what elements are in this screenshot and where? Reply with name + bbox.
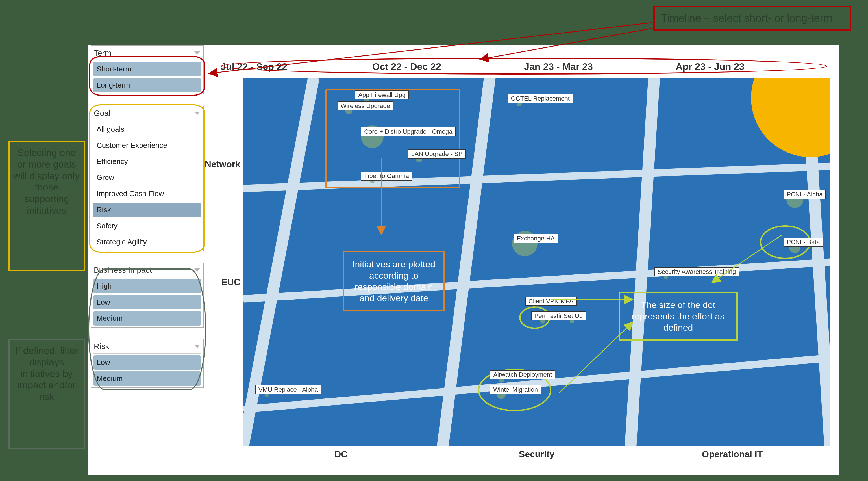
initiative-label[interactable]: PCNI - Alpha: [783, 190, 826, 199]
goals-note: Selecting one or more goals will display…: [8, 141, 85, 271]
timeline-callout: Timeline – select short- or long-term: [653, 6, 851, 31]
initiative-label[interactable]: VMU Replace - Alpha: [255, 385, 321, 394]
plotted-callout-text: Initiatives are plotted according to res…: [352, 259, 436, 303]
roadmap-chart: Jul 22 - Sep 22 Oct 22 - Dec 22 Jan 23 -…: [218, 61, 830, 466]
initiative-label[interactable]: LAN Upgrade - SP: [408, 150, 465, 158]
initiative-label[interactable]: Airwatch Deployment: [490, 370, 555, 379]
timeline-highlight: [221, 58, 827, 74]
initiative-label[interactable]: Fiber to Gamma: [361, 172, 412, 181]
initiative-label[interactable]: Set Up: [561, 311, 586, 321]
term-filter-title: Term: [94, 49, 111, 58]
xlabel-security: Security: [439, 449, 635, 466]
risk-filter-title: Risk: [94, 342, 109, 351]
initiative-label[interactable]: App Firewall Upg: [355, 90, 409, 99]
dashboard-card: Term Short-term Long-term Goal All goals…: [88, 45, 839, 475]
svg-line-5: [630, 78, 654, 446]
initiative-label[interactable]: Wireless Upgrade: [338, 101, 393, 111]
initiative-label[interactable]: PCNI - Beta: [783, 238, 823, 247]
initiative-label[interactable]: Exchange HA: [514, 234, 558, 243]
xlabel-dc: DC: [243, 449, 439, 466]
xlabel-opit: Operational IT: [634, 449, 830, 466]
term-option-short[interactable]: Short-term: [93, 62, 201, 76]
plotted-callout: Initiatives are plotted according to res…: [343, 251, 444, 311]
impact-filter-title: Business Impact: [94, 266, 152, 275]
y-axis-labels: Network EUC: [184, 78, 240, 446]
initiative-label[interactable]: Security Awareness Training: [654, 267, 739, 276]
dotsize-callout-text: The size of the dot represents the effor…: [632, 300, 724, 333]
initiative-label[interactable]: Client VPN MFA: [525, 297, 577, 306]
ylabel-euc: EUC: [221, 277, 240, 288]
x-axis-labels: DC Security Operational IT: [243, 449, 830, 466]
impact-note-text: If defined, filter displays initiatives …: [15, 345, 78, 402]
filter-icon[interactable]: [194, 52, 200, 55]
initiative-label[interactable]: Core + Distro Upgrade - Omega: [361, 127, 455, 136]
initiative-label[interactable]: OCTEL Replacement: [508, 94, 573, 103]
goal-filter-title: Goal: [94, 109, 111, 118]
initiative-label[interactable]: Wintel Migration: [490, 385, 541, 394]
plot-area: Initiatives are plotted according to res…: [243, 78, 830, 446]
ylabel-network: Network: [205, 159, 240, 170]
impact-note: If defined, filter displays initiatives …: [8, 339, 85, 449]
dotsize-callout: The size of the dot represents the effor…: [619, 292, 738, 341]
svg-line-1: [243, 262, 830, 299]
goals-note-text: Selecting one or more goals will display…: [13, 147, 80, 216]
timeline-callout-text: Timeline – select short- or long-term: [661, 12, 832, 24]
